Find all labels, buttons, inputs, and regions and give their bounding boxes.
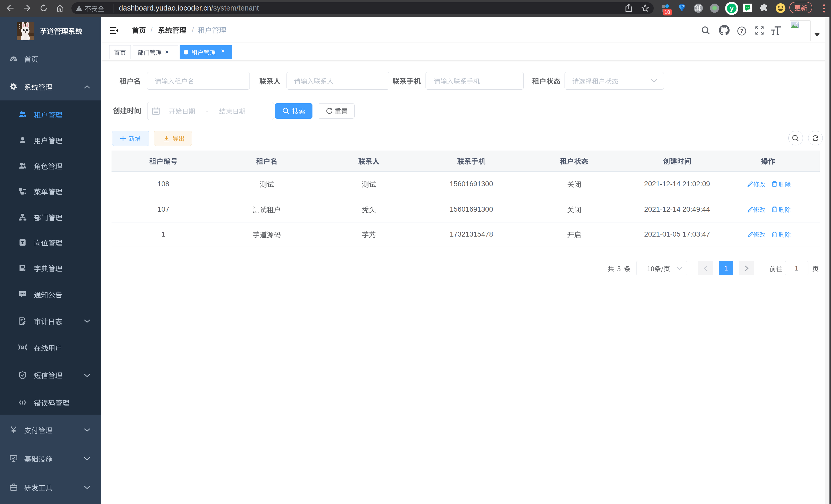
svg-text:y: y (730, 5, 734, 12)
svg-text:?: ? (740, 28, 743, 34)
svg-text:10: 10 (665, 9, 670, 15)
